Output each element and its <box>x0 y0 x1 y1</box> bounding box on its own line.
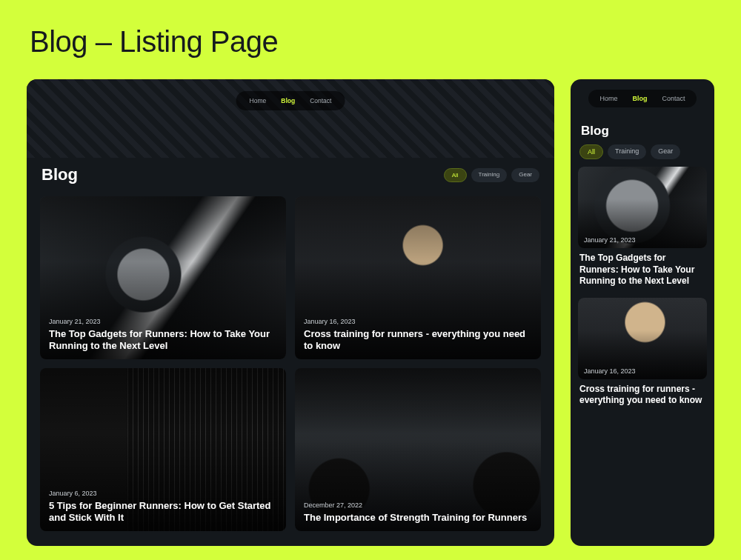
post-date: January 21, 2023 <box>584 236 636 244</box>
filter-bar: All Training Gear <box>444 168 539 182</box>
post-title: The Top Gadgets for Runners: How to Take… <box>49 328 277 353</box>
nav-blog[interactable]: Blog <box>627 92 652 105</box>
post-date: December 27, 2022 <box>304 501 532 509</box>
post-title: The Importance of Strength Training for … <box>304 512 532 524</box>
section-heading: Blog <box>571 107 714 144</box>
post-card[interactable]: January 6, 2023 5 Tips for Beginner Runn… <box>40 368 286 531</box>
nav-contact[interactable]: Contact <box>657 92 690 105</box>
post-list-mobile: January 21, 2023 The Top Gadgets for Run… <box>571 167 714 408</box>
desktop-preview: Home Blog Contact Blog All Training Gear… <box>27 79 554 546</box>
main-nav-mobile: Home Blog Contact <box>588 90 696 107</box>
post-card[interactable]: December 27, 2022 The Importance of Stre… <box>295 368 541 531</box>
filter-gear[interactable]: Gear <box>651 144 680 159</box>
filter-training[interactable]: Training <box>471 168 508 182</box>
post-title: 5 Tips for Beginner Runners: How to Get … <box>49 500 277 524</box>
page-title: Blog – Listing Page <box>0 0 741 79</box>
hero: Home Blog Contact <box>27 79 554 158</box>
nav-blog[interactable]: Blog <box>275 94 301 107</box>
post-card[interactable]: January 21, 2023 The Top Gadgets for Run… <box>578 167 707 289</box>
mobile-preview: Home Blog Contact Blog All Training Gear… <box>571 79 714 546</box>
post-date: January 21, 2023 <box>49 318 277 325</box>
post-date: January 16, 2023 <box>584 367 636 375</box>
post-grid: January 21, 2023 The Top Gadgets for Run… <box>27 189 554 546</box>
filter-bar-mobile: All Training Gear <box>571 144 714 167</box>
nav-contact[interactable]: Contact <box>304 94 337 107</box>
filter-gear[interactable]: Gear <box>511 168 539 182</box>
filter-all[interactable]: All <box>444 168 467 182</box>
post-title: The Top Gadgets for Runners: How to Take… <box>578 248 707 289</box>
filter-training[interactable]: Training <box>608 144 646 159</box>
main-nav: Home Blog Contact <box>236 91 345 110</box>
nav-home[interactable]: Home <box>594 92 622 105</box>
post-date: January 6, 2023 <box>49 490 277 497</box>
nav-home[interactable]: Home <box>244 94 273 107</box>
post-card[interactable]: January 16, 2023 Cross training for runn… <box>295 196 541 359</box>
post-card[interactable]: January 16, 2023 Cross training for runn… <box>578 298 707 408</box>
post-title: Cross training for runners - everything … <box>578 379 707 408</box>
filter-all[interactable]: All <box>579 144 603 159</box>
post-date: January 16, 2023 <box>304 318 532 325</box>
section-heading: Blog <box>41 165 78 184</box>
post-card[interactable]: January 21, 2023 The Top Gadgets for Run… <box>40 196 286 359</box>
post-title: Cross training for runners - everything … <box>304 328 532 353</box>
